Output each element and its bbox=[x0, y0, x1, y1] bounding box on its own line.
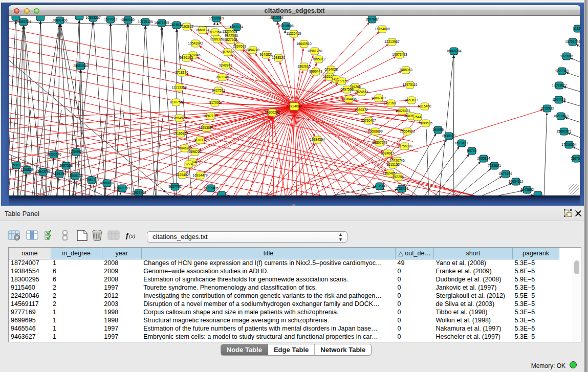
svg-text:14136141: 14136141 bbox=[372, 184, 387, 188]
svg-text:1588520: 1588520 bbox=[272, 56, 285, 59]
svg-text:25053346: 25053346 bbox=[73, 64, 89, 68]
svg-text:2087682: 2087682 bbox=[365, 17, 379, 21]
svg-text:116753: 116753 bbox=[571, 157, 580, 160]
svg-text:2718176: 2718176 bbox=[175, 71, 188, 74]
svg-text:10807487: 10807487 bbox=[371, 96, 386, 100]
svg-text:10719135: 10719135 bbox=[138, 20, 153, 24]
svg-text:9245652: 9245652 bbox=[520, 188, 534, 191]
svg-text:8938923: 8938923 bbox=[442, 134, 455, 138]
svg-text:3624554: 3624554 bbox=[355, 90, 368, 94]
svg-text:2803144: 2803144 bbox=[215, 75, 229, 79]
svg-text:25300293: 25300293 bbox=[265, 111, 280, 114]
svg-text:16640910: 16640910 bbox=[296, 42, 312, 46]
svg-text:10958107: 10958107 bbox=[99, 181, 115, 185]
svg-text:12923468: 12923468 bbox=[131, 191, 146, 194]
svg-text:1733426: 1733426 bbox=[395, 187, 408, 190]
svg-text:1362615: 1362615 bbox=[297, 64, 311, 68]
svg-text:12975115: 12975115 bbox=[403, 83, 418, 86]
svg-text:8660124: 8660124 bbox=[196, 28, 209, 32]
svg-text:9827508: 9827508 bbox=[224, 38, 237, 41]
svg-text:16033809: 16033809 bbox=[209, 16, 224, 20]
svg-text:16782759: 16782759 bbox=[115, 186, 130, 190]
svg-text:11353594: 11353594 bbox=[199, 126, 214, 129]
svg-text:164095: 164095 bbox=[432, 128, 444, 132]
svg-text:10046766: 10046766 bbox=[177, 146, 192, 150]
svg-text:5061: 5061 bbox=[13, 163, 20, 167]
svg-text:1145194: 1145194 bbox=[53, 172, 66, 176]
svg-text:8186328: 8186328 bbox=[210, 37, 224, 41]
svg-text:917006: 917006 bbox=[209, 101, 221, 104]
svg-text:16210643: 16210643 bbox=[553, 114, 569, 118]
svg-text:17359924: 17359924 bbox=[69, 150, 84, 154]
svg-text:17016504: 17016504 bbox=[561, 143, 577, 146]
svg-text:15751074: 15751074 bbox=[565, 40, 580, 43]
svg-text:7163822: 7163822 bbox=[180, 25, 193, 28]
svg-text:19218506: 19218506 bbox=[278, 24, 294, 28]
svg-text:8678332: 8678332 bbox=[193, 138, 207, 142]
svg-text:9463627: 9463627 bbox=[405, 98, 418, 102]
svg-text:1527602: 1527602 bbox=[104, 17, 117, 21]
svg-text:10688609: 10688609 bbox=[367, 129, 383, 133]
svg-text:10553267: 10553267 bbox=[85, 16, 101, 19]
svg-text:3267130: 3267130 bbox=[204, 114, 217, 118]
svg-text:7632621: 7632621 bbox=[488, 164, 501, 167]
svg-text:9115460: 9115460 bbox=[418, 104, 431, 108]
svg-text:1244419: 1244419 bbox=[552, 98, 565, 101]
svg-text:6497568: 6497568 bbox=[340, 87, 354, 91]
svg-text:20206576: 20206576 bbox=[46, 152, 61, 156]
svg-text:6579197: 6579197 bbox=[455, 141, 468, 145]
svg-text:16914479: 16914479 bbox=[192, 173, 208, 177]
svg-text:10543342: 10543342 bbox=[188, 41, 203, 45]
svg-text:12213369: 12213369 bbox=[171, 85, 187, 89]
svg-text:9657791: 9657791 bbox=[168, 185, 182, 188]
svg-text:11325419: 11325419 bbox=[287, 32, 301, 35]
svg-text:12942737: 12942737 bbox=[35, 170, 51, 173]
svg-text:16154808: 16154808 bbox=[375, 27, 390, 31]
svg-text:1010755: 1010755 bbox=[169, 100, 183, 104]
svg-text:2867608: 2867608 bbox=[233, 45, 246, 48]
svg-text:7544: 7544 bbox=[414, 115, 422, 119]
svg-text:7625402: 7625402 bbox=[176, 173, 189, 177]
svg-text:15692971: 15692971 bbox=[556, 129, 572, 133]
svg-text:18807249: 18807249 bbox=[372, 141, 387, 144]
svg-text:1274: 1274 bbox=[185, 162, 193, 166]
svg-text:8813054: 8813054 bbox=[270, 16, 284, 19]
svg-text:19166827: 19166827 bbox=[173, 132, 188, 135]
svg-text:9227349: 9227349 bbox=[555, 69, 569, 73]
svg-text:12213967: 12213967 bbox=[384, 40, 400, 43]
svg-text:9146821: 9146821 bbox=[259, 53, 273, 56]
svg-text:8990443: 8990443 bbox=[309, 70, 322, 73]
svg-text:12093822: 12093822 bbox=[552, 83, 567, 87]
svg-text:17957223: 17957223 bbox=[84, 178, 99, 182]
svg-text:19384554: 19384554 bbox=[310, 138, 325, 141]
svg-text:14055724: 14055724 bbox=[16, 20, 31, 24]
svg-text:7955812: 7955812 bbox=[312, 57, 325, 61]
svg-text:21364436: 21364436 bbox=[341, 97, 357, 101]
svg-text:16671355: 16671355 bbox=[154, 21, 169, 25]
svg-text:9896103: 9896103 bbox=[180, 56, 193, 59]
svg-text:19654923: 19654923 bbox=[171, 116, 187, 120]
svg-text:15716485: 15716485 bbox=[203, 186, 219, 190]
svg-text:10654112: 10654112 bbox=[509, 180, 524, 183]
svg-text:94744: 94744 bbox=[467, 149, 477, 152]
svg-text:15720407: 15720407 bbox=[361, 119, 376, 122]
svg-text:8471676: 8471676 bbox=[499, 172, 512, 176]
svg-text:9777169: 9777169 bbox=[335, 79, 349, 83]
svg-text:19654923: 19654923 bbox=[400, 129, 415, 133]
svg-text:8454749: 8454749 bbox=[246, 48, 259, 52]
svg-text:10756928: 10756928 bbox=[397, 144, 412, 148]
svg-text:8912954: 8912954 bbox=[208, 30, 222, 34]
svg-text:9329966: 9329966 bbox=[560, 54, 573, 58]
svg-text:252254: 252254 bbox=[393, 175, 404, 179]
svg-text:18724007: 18724007 bbox=[287, 104, 302, 108]
svg-text:20691406: 20691406 bbox=[52, 18, 68, 22]
svg-text:2935114: 2935114 bbox=[477, 157, 490, 160]
svg-text:5498222: 5498222 bbox=[188, 150, 202, 154]
svg-text:9699695: 9699695 bbox=[419, 121, 432, 125]
svg-text:3875685: 3875685 bbox=[221, 50, 234, 54]
svg-text:6466160: 6466160 bbox=[121, 18, 135, 21]
svg-text:7485063: 7485063 bbox=[399, 68, 412, 72]
svg-text:3215933: 3215933 bbox=[540, 106, 554, 110]
svg-text:9997568: 9997568 bbox=[59, 164, 73, 167]
svg-text:62160: 62160 bbox=[386, 101, 396, 105]
